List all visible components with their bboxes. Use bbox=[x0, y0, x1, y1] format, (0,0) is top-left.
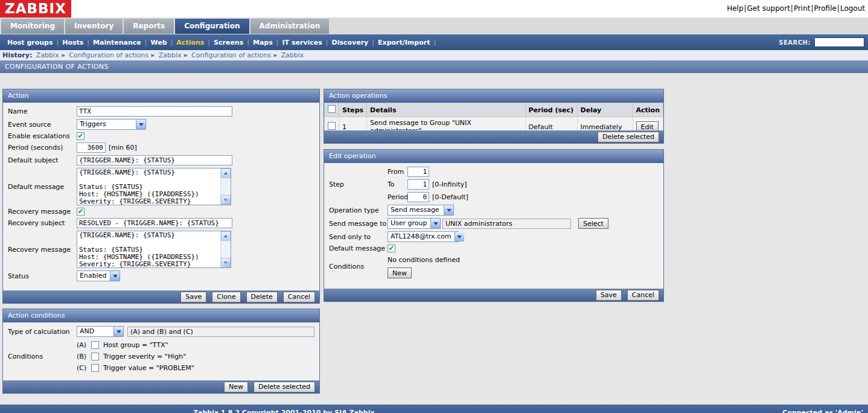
condition-checkbox[interactable] bbox=[91, 341, 99, 349]
column-steps: Steps bbox=[339, 103, 367, 117]
tab-inventory[interactable]: Inventory bbox=[65, 19, 123, 34]
resize-grip-icon[interactable] bbox=[225, 261, 231, 267]
period-input[interactable] bbox=[77, 142, 106, 153]
event-source-value: Triggers bbox=[77, 120, 136, 129]
help-link[interactable]: Help bbox=[727, 4, 743, 13]
subnav-actions[interactable]: Actions bbox=[176, 39, 204, 46]
tab-monitoring[interactable]: Monitoring bbox=[1, 19, 64, 34]
step-to-input[interactable] bbox=[407, 179, 429, 190]
status-select[interactable]: Enabled bbox=[77, 271, 120, 281]
footer-copyright: Zabbix 1.8.2 Copyright 2001-2010 by SIA … bbox=[193, 409, 375, 413]
send-message-to-row: Send message to User group UNIX administ… bbox=[324, 217, 663, 230]
tab-reports[interactable]: Reports bbox=[124, 19, 174, 34]
enable-escalations-row: Enable escalations bbox=[3, 131, 319, 141]
condition-checkbox[interactable] bbox=[91, 364, 99, 372]
subnav-discovery[interactable]: Discovery bbox=[332, 39, 369, 46]
history-link[interactable]: Zabbix bbox=[36, 51, 59, 59]
delete-selected-conditions-button[interactable]: Delete selected bbox=[254, 382, 315, 392]
column-action: Action bbox=[633, 103, 663, 117]
tab-administration[interactable]: Administration bbox=[251, 19, 330, 34]
clone-button[interactable]: Clone bbox=[212, 292, 240, 303]
scroll-up-icon[interactable] bbox=[221, 231, 231, 241]
default-message-wrap: {TRIGGER.NAME}: {STATUS} Status: {STATUS… bbox=[77, 168, 231, 205]
main-menu: Monitoring Inventory Reports Configurati… bbox=[0, 18, 868, 34]
save-button[interactable]: Save bbox=[180, 292, 206, 303]
print-link[interactable]: Print bbox=[794, 4, 811, 13]
recovery-subject-input[interactable] bbox=[77, 218, 232, 228]
history-link[interactable]: Zabbix bbox=[281, 51, 304, 59]
name-label: Name bbox=[8, 107, 77, 115]
step-period-label: Period bbox=[388, 193, 407, 201]
default-subject-input[interactable] bbox=[77, 155, 232, 165]
resize-grip-icon[interactable] bbox=[225, 199, 231, 205]
from-label: From bbox=[388, 168, 407, 176]
condition-item: (A) Host group = "TTX" bbox=[77, 339, 314, 351]
subnav-it-services[interactable]: IT services bbox=[282, 39, 322, 46]
zabbix-logo: ZABBIX bbox=[0, 0, 71, 18]
send-only-to-value: ATL1248@trx.com bbox=[388, 232, 455, 242]
recovery-message-textarea[interactable]: {TRIGGER.NAME}: {STATUS} Status: {STATUS… bbox=[77, 231, 220, 267]
row-checkbox[interactable] bbox=[328, 122, 336, 130]
action-conditions-title: Action conditions bbox=[3, 309, 319, 322]
history-link[interactable]: Configuration of actions bbox=[69, 51, 148, 59]
send-to-type-value: User group bbox=[388, 219, 430, 228]
calc-type-row: Type of calculation AND (A) and (B) and … bbox=[3, 325, 319, 338]
zabbix-page: ZABBIX Help|Get support|Print|Profile|Lo… bbox=[0, 0, 868, 413]
history-link[interactable]: Configuration of actions bbox=[191, 51, 271, 59]
step-period-input[interactable] bbox=[407, 192, 429, 202]
send-only-to-select[interactable]: ATL1248@trx.com bbox=[388, 231, 459, 242]
new-condition-button[interactable]: New bbox=[224, 382, 248, 392]
event-source-select[interactable]: Triggers bbox=[77, 119, 146, 130]
select-all-checkbox[interactable] bbox=[328, 105, 336, 113]
cancel-button[interactable]: Cancel bbox=[283, 292, 315, 303]
action-conditions-footer: New Delete selected bbox=[3, 380, 319, 393]
edit-operation-footer: Save Cancel bbox=[324, 289, 663, 301]
delete-selected-operations-button[interactable]: Delete selected bbox=[598, 132, 659, 142]
condition-checkbox[interactable] bbox=[91, 353, 99, 360]
subnav-screens[interactable]: Screens bbox=[214, 39, 243, 46]
recovery-message-body-label: Recovery message bbox=[8, 246, 77, 254]
condition-item: (C) Trigger value = "PROBLEM" bbox=[77, 362, 314, 374]
enable-escalations-checkbox[interactable] bbox=[77, 132, 85, 140]
subnav-hosts[interactable]: Hosts bbox=[62, 39, 83, 46]
operation-type-value: Send message bbox=[388, 205, 444, 215]
search-input[interactable] bbox=[814, 37, 864, 47]
separator: | bbox=[326, 39, 328, 46]
save-operation-button[interactable]: Save bbox=[596, 290, 622, 301]
scroll-up-icon[interactable] bbox=[221, 168, 231, 178]
recovery-message-checkbox[interactable] bbox=[77, 208, 85, 216]
new-operation-condition-button[interactable]: New bbox=[388, 267, 412, 278]
edit-operation-form: From Step To [0-Infinity] Period [0-Defa… bbox=[324, 163, 663, 281]
subnav-web[interactable]: Web bbox=[151, 39, 167, 46]
condition-item: (B) Trigger severity = "High" bbox=[77, 351, 314, 362]
period-label: Period (seconds) bbox=[8, 144, 77, 152]
get-support-link[interactable]: Get support bbox=[747, 4, 790, 13]
select-button[interactable]: Select bbox=[578, 218, 608, 229]
history-link[interactable]: Zabbix bbox=[159, 51, 182, 59]
step-from-input[interactable] bbox=[407, 167, 429, 177]
logout-link[interactable]: Logout bbox=[840, 4, 865, 13]
column-delay: Delay bbox=[577, 103, 633, 117]
default-subject-label: Default subject bbox=[8, 156, 77, 164]
default-message-textarea[interactable]: {TRIGGER.NAME}: {STATUS} Status: {STATUS… bbox=[77, 168, 220, 205]
subnav-maintenance[interactable]: Maintenance bbox=[93, 39, 141, 46]
send-to-value-display: UNIX administrators bbox=[442, 219, 571, 229]
tab-configuration[interactable]: Configuration bbox=[175, 19, 249, 34]
separator: » bbox=[273, 51, 277, 59]
send-to-type-select[interactable]: User group bbox=[388, 218, 441, 229]
action-panel-footer: Save Clone Delete Cancel bbox=[3, 290, 319, 303]
conditions-row: Conditions (A) Host group = "TTX" (B) Tr… bbox=[3, 338, 319, 375]
subnav-export-import[interactable]: Export/Import bbox=[378, 39, 430, 46]
default-message-checkbox[interactable] bbox=[388, 245, 395, 252]
operation-type-select[interactable]: Send message bbox=[388, 205, 454, 216]
cancel-operation-button[interactable]: Cancel bbox=[627, 290, 659, 301]
calc-type-select[interactable]: AND bbox=[77, 326, 124, 337]
separator: | bbox=[372, 39, 374, 46]
subnav-maps[interactable]: Maps bbox=[253, 39, 273, 46]
delete-button[interactable]: Delete bbox=[246, 292, 278, 303]
name-input[interactable] bbox=[77, 106, 232, 117]
separator: | bbox=[247, 39, 249, 46]
subnav-host-groups[interactable]: Host groups bbox=[7, 39, 53, 46]
top-bar: ZABBIX Help|Get support|Print|Profile|Lo… bbox=[0, 0, 868, 18]
profile-link[interactable]: Profile bbox=[814, 4, 837, 13]
